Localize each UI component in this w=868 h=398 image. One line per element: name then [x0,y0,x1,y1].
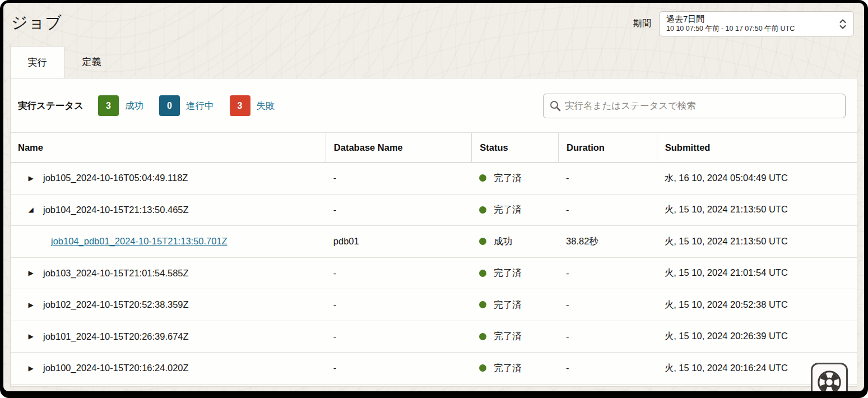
status-filter-label: 実行ステータス [18,100,83,112]
table-row[interactable]: ▶job102_2024-10-15T20:52:38.359Z-完了済-火, … [11,289,857,321]
cell-duration: - [558,299,657,310]
expand-row-icon[interactable]: ▶ [27,301,35,309]
table-header: Name Database Name Status Duration Submi… [11,132,857,163]
expand-row-icon[interactable]: ▶ [27,364,35,372]
expand-row-icon[interactable]: ▶ [27,332,35,340]
succeeded-link[interactable]: 成功 [125,100,143,112]
job-name: job102_2024-10-15T20:52:38.359Z [43,299,189,310]
column-header-submitted[interactable]: Submitted [657,133,857,162]
job-name: job103_2024-10-15T21:01:54.585Z [43,268,189,279]
search-box [543,94,846,118]
cell-name: ▶job101_2024-10-15T20:26:39.674Z [11,331,326,342]
tab-bar: 実行 定義 [3,46,864,78]
job-name: job100_2024-10-15T20:16:24.020Z [43,363,189,373]
cell-status: 完了済 [471,267,558,279]
status-dot-icon [479,333,486,340]
cell-status: 完了済 [471,299,558,311]
column-header-status[interactable]: Status [471,133,558,162]
failed-count-badge: 3 [230,95,250,116]
search-input[interactable] [543,94,846,118]
executions-panel: 実行ステータス 3 成功 0 進行中 3 失敗 [10,78,857,387]
table-row[interactable]: ▶job105_2024-10-16T05:04:49.118Z-完了済-水, … [11,163,857,195]
cell-name: ▶job102_2024-10-15T20:52:38.359Z [11,299,326,310]
cell-database-name: - [326,331,471,342]
period-selected-option: 過去7日間 [666,14,795,25]
tab-executions[interactable]: 実行 [10,46,64,78]
cell-submitted: 水, 16 10, 2024 05:04:49 UTC [657,172,857,184]
cell-name: ◢job104_2024-10-15T21:13:50.465Z [11,205,326,215]
cell-database-name: - [326,363,471,373]
help-button[interactable] [811,363,848,391]
table-row[interactable]: ▶job103_2024-10-15T21:01:54.585Z-完了済-火, … [11,258,857,290]
status-text: 完了済 [494,330,522,343]
cell-name: ▶job100_2024-10-15T20:16:24.020Z [11,363,326,373]
filter-row: 実行ステータス 3 成功 0 進行中 3 失敗 [11,78,857,132]
table-row[interactable]: ▶job100_2024-10-15T20:16:24.020Z-完了済-火, … [11,353,857,385]
status-text: 成功 [494,235,512,248]
status-dot-icon [479,238,486,245]
cell-duration: - [558,205,657,215]
status-dot-icon [479,174,486,182]
cell-name: job104_pdb01_2024-10-15T21:13:50.701Z [11,236,326,247]
search-icon [549,100,561,112]
cell-status: 完了済 [471,362,558,374]
period-group: 期間 過去7日間 10 10 07:50 午前 - 10 17 07:50 午前… [633,10,854,36]
column-header-database-name[interactable]: Database Name [326,133,471,162]
cell-database-name: - [326,173,471,183]
collapse-row-icon[interactable]: ◢ [27,206,35,214]
cell-name: ▶job105_2024-10-16T05:04:49.118Z [11,173,326,183]
cell-status: 完了済 [471,330,558,343]
cell-duration: - [558,268,657,279]
cell-duration: 38.82秒 [558,235,657,248]
cell-duration: - [558,363,657,373]
status-text: 完了済 [494,267,522,279]
screenshot-frame: ジョブ 期間 過去7日間 10 10 07:50 午前 - 10 17 07:5… [0,0,868,398]
period-label: 期間 [633,18,651,30]
job-run-link[interactable]: job104_pdb01_2024-10-15T21:13:50.701Z [51,236,228,247]
executions-table: Name Database Name Status Duration Submi… [11,132,857,385]
status-dot-icon [479,206,486,214]
cell-status: 完了済 [471,203,558,216]
cell-name: ▶job103_2024-10-15T21:01:54.585Z [11,268,326,279]
table-row[interactable]: job104_pdb01_2024-10-15T21:13:50.701Zpdb… [11,226,857,258]
table-row[interactable]: ◢job104_2024-10-15T21:13:50.465Z-完了済-火, … [11,195,857,226]
cell-database-name: - [326,268,471,279]
status-text: 完了済 [494,172,522,184]
cell-duration: - [558,173,657,183]
filter-succeeded[interactable]: 3 成功 [98,95,143,116]
job-name: job105_2024-10-16T05:04:49.118Z [43,173,188,183]
column-header-duration[interactable]: Duration [558,133,657,162]
succeeded-count-badge: 3 [98,95,119,116]
status-dot-icon [479,270,486,277]
status-dot-icon [479,364,486,372]
job-name: job101_2024-10-15T20:26:39.674Z [43,331,189,342]
period-select[interactable]: 過去7日間 10 10 07:50 午前 - 10 17 07:50 午前 UT… [659,11,854,36]
cell-status: 完了済 [471,172,558,184]
execution-status-filter: 実行ステータス 3 成功 0 進行中 3 失敗 [18,95,291,116]
tab-definitions[interactable]: 定義 [64,46,119,78]
in-progress-count-badge: 0 [159,95,180,116]
filter-failed[interactable]: 3 失敗 [230,95,275,116]
cell-database-name: pdb01 [326,236,471,247]
cell-submitted: 火, 15 10, 2024 21:13:50 UTC [657,203,857,216]
period-date-range: 10 10 07:50 午前 - 10 17 07:50 午前 UTC [666,25,795,34]
cell-submitted: 火, 15 10, 2024 20:52:38 UTC [657,299,857,311]
failed-link[interactable]: 失敗 [257,100,275,112]
select-updown-icon [839,18,847,30]
cell-database-name: - [326,299,471,310]
page-title: ジョブ [11,10,62,34]
filter-in-progress[interactable]: 0 進行中 [159,95,214,116]
table-row[interactable]: ▶job101_2024-10-15T20:26:39.674Z-完了済-火, … [11,321,857,353]
expand-row-icon[interactable]: ▶ [27,269,35,277]
status-dot-icon [479,301,486,308]
column-header-name[interactable]: Name [11,133,326,162]
in-progress-link[interactable]: 進行中 [186,100,214,112]
cell-submitted: 火, 15 10, 2024 21:13:50 UTC [657,235,857,248]
status-text: 完了済 [494,203,522,216]
period-select-value: 過去7日間 10 10 07:50 午前 - 10 17 07:50 午前 UT… [666,14,795,33]
cell-database-name: - [326,205,471,215]
cell-duration: - [558,331,657,342]
cell-submitted: 火, 15 10, 2024 21:01:54 UTC [657,267,857,279]
expand-row-icon[interactable]: ▶ [27,174,35,182]
status-text: 完了済 [494,362,522,374]
